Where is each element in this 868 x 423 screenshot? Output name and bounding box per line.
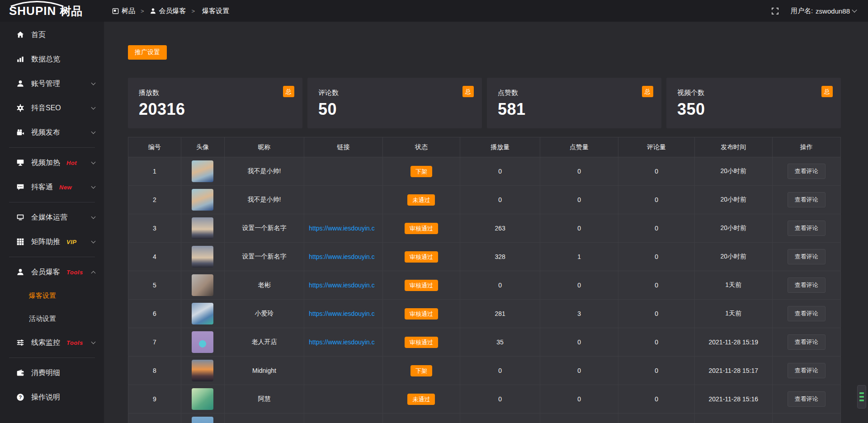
video-link[interactable]: https://www.iesdouyin.c: [304, 253, 382, 260]
chevron-down-icon: [91, 239, 96, 243]
user-area: 用户名: zswodun88: [771, 7, 868, 15]
view-comments-button[interactable]: 查看评论: [788, 249, 826, 264]
total-badge: 总: [821, 86, 833, 97]
view-comments-button[interactable]: 查看评论: [788, 192, 826, 207]
sidebar-item-video-heat[interactable]: 视频加热 Hot: [0, 150, 104, 175]
table-row: 9 阿慧 未通过 0 0 0 2021-11-28 15:16 查看评论: [128, 385, 841, 414]
stat-label: 视频个数: [677, 89, 830, 97]
publish-time: 2021-11-28 15:16: [694, 385, 772, 414]
sidebar-item-matrix-boost[interactable]: 矩阵助推 VIP: [0, 230, 104, 254]
table-header-cell: 播放量: [460, 137, 540, 157]
sidebar-item-instructions[interactable]: ? 操作说明: [0, 385, 104, 409]
total-badge: 总: [283, 86, 294, 97]
bar-chart-icon: [16, 55, 24, 63]
dashboard-icon: [112, 8, 119, 14]
video-link[interactable]: https://www.iesdouyin.c: [304, 225, 382, 232]
sidebar-subitem-baoke-settings[interactable]: 爆客设置: [0, 284, 104, 307]
row-number: 3: [128, 214, 181, 243]
stat-card-likes: 点赞数 581 总: [487, 78, 661, 128]
question-circle-icon: ?: [16, 393, 24, 401]
total-badge: 总: [462, 86, 474, 97]
view-comments-button[interactable]: 查看评论: [788, 334, 826, 350]
status-badge: 审核通过: [405, 280, 438, 291]
nickname: 设置一个新名字: [224, 243, 304, 271]
user-menu[interactable]: 用户名: zswodun88: [791, 7, 856, 15]
stat-card-plays: 播放数 20316 总: [128, 78, 302, 128]
comments-count: 0: [618, 300, 695, 328]
stat-card-comments: 评论数 50 总: [307, 78, 482, 128]
publish-time: 1天前: [694, 300, 772, 328]
sidebar-item-media-ops[interactable]: 全媒体运营: [0, 205, 104, 230]
likes-count: 0: [540, 385, 618, 414]
sidebar-item-home[interactable]: 首页: [0, 23, 104, 47]
view-comments-button[interactable]: 查看评论: [788, 363, 826, 378]
new-badge: New: [59, 184, 72, 191]
likes-count: 3: [540, 300, 618, 328]
chevron-down-icon: [91, 184, 96, 188]
nickname: 我不是小帅!: [224, 186, 304, 214]
avatar: [192, 217, 213, 239]
nickname: 阿慧: [224, 385, 304, 414]
view-comments-button[interactable]: 查看评论: [788, 277, 826, 293]
plays-count: 0: [460, 157, 540, 186]
promo-settings-button[interactable]: 推广设置: [128, 45, 167, 60]
user-icon: [16, 80, 24, 88]
row-number: 6: [128, 300, 181, 328]
user-icon: [150, 8, 156, 14]
stat-label: 点赞数: [498, 89, 651, 97]
sidebar-divider: [9, 202, 95, 202]
breadcrumb-section[interactable]: 会员爆客: [150, 7, 186, 15]
sidebar-item-clue-monitor[interactable]: 线索监控 Tools: [0, 330, 104, 355]
chevron-down-icon: [91, 129, 96, 134]
table-row: 8 Midnight 下架 0 0 0 2021-11-28 15:17 查看评…: [128, 357, 841, 385]
fullscreen-icon[interactable]: [771, 7, 779, 15]
sidebar-item-douyin-seo[interactable]: 抖音SEO: [0, 96, 104, 120]
chevron-down-icon: [91, 80, 96, 85]
floating-widget[interactable]: [857, 385, 866, 409]
plays-count: 35: [460, 328, 540, 357]
row-number: [128, 414, 181, 423]
publish-time: [694, 414, 772, 423]
chevron-up-icon: [91, 271, 96, 275]
video-link[interactable]: https://www.iesdouyin.c: [304, 338, 382, 346]
app-logo[interactable]: SHUPIN 树品: [0, 0, 104, 22]
sidebar-item-account[interactable]: 账号管理: [0, 71, 104, 96]
view-comments-button[interactable]: 查看评论: [788, 164, 826, 179]
avatar: [192, 388, 213, 410]
video-link[interactable]: https://www.iesdouyin.c: [304, 282, 382, 289]
stat-value: 20316: [139, 100, 292, 119]
avatar: [192, 246, 213, 268]
table-row: 3 设置一个新名字 https://www.iesdouyin.c 审核通过 2…: [128, 214, 841, 243]
sidebar-item-data-overview[interactable]: 数据总览: [0, 47, 104, 71]
tools-badge: Tools: [66, 339, 83, 346]
nickname: Midnight: [224, 357, 304, 385]
nickname: 小爱玲: [224, 300, 304, 328]
table-header-cell: 链接: [304, 137, 382, 157]
table-header-cell: 发布时间: [694, 137, 772, 157]
nickname: 设置一个新名字: [224, 214, 304, 243]
plays-count: 0: [460, 271, 540, 300]
avatar: [192, 360, 213, 381]
sidebar-item-member-baoke[interactable]: 会员爆客 Tools: [0, 260, 104, 284]
plays-count: [460, 414, 540, 423]
videos-table: 编号头像昵称链接状态播放量点赞量评论量发布时间操作 1 我不是小帅! 下架 0 …: [128, 137, 841, 423]
video-camera-icon: [16, 128, 24, 136]
view-comments-button[interactable]: 查看评论: [788, 306, 826, 321]
sidebar-subitem-activity-settings[interactable]: 活动设置: [0, 307, 104, 330]
breadcrumb-separator: >: [192, 8, 195, 14]
sidebar-item-video-publish[interactable]: 视频发布: [0, 120, 104, 145]
sidebar-item-doketong[interactable]: 抖客通 New: [0, 175, 104, 199]
nickname: 我不是小帅!: [224, 157, 304, 186]
plays-count: 0: [460, 385, 540, 414]
breadcrumb-home[interactable]: 树品: [112, 7, 135, 15]
sidebar-item-spending-detail[interactable]: 消费明细: [0, 361, 104, 385]
plays-count: 0: [460, 357, 540, 385]
video-link[interactable]: https://www.iesdouyin.c: [304, 310, 382, 317]
view-comments-button[interactable]: 查看评论: [788, 391, 826, 407]
likes-count: [540, 414, 618, 423]
likes-count: 0: [540, 186, 618, 214]
nickname: 老彬: [224, 271, 304, 300]
status-badge: 审核通过: [405, 223, 438, 234]
stat-value: 581: [498, 100, 651, 119]
view-comments-button[interactable]: 查看评论: [788, 221, 826, 236]
